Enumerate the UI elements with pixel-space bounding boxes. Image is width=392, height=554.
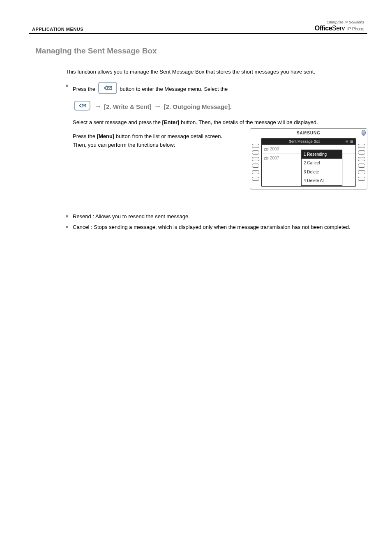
- arrow-icon-2: →: [154, 102, 161, 112]
- brand-suffix: IP Phone: [347, 26, 364, 31]
- softkey-button[interactable]: [252, 170, 259, 174]
- brand-bold: Office: [315, 25, 332, 32]
- popup-item-delete[interactable]: 3 Delete: [302, 168, 342, 177]
- step-text-4: button. Then, the details of the message…: [181, 119, 318, 125]
- nav-path: → [2. Write & Sent] → [2. Outgoing Messa…: [73, 101, 367, 113]
- popup-item-label: Cancel: [307, 161, 320, 165]
- step-text-5: Press the: [73, 133, 95, 139]
- content-body: This function allows you to manage the S…: [66, 68, 367, 231]
- list-item-label: 2003: [270, 147, 279, 151]
- enter-label: [Enter]: [162, 118, 180, 127]
- softkey-button[interactable]: [252, 164, 259, 168]
- step-text-3: Select a sent message and press the: [73, 119, 161, 125]
- softkey-button[interactable]: [252, 177, 259, 181]
- sub-bullet-resend: Resend : Allows you to resend the sent m…: [66, 212, 367, 221]
- step-line-2: Select a sent message and press the [Ent…: [73, 118, 367, 127]
- device-brand: SAMSUNG: [250, 129, 367, 137]
- popup-item-delete-all[interactable]: 4 Delete All: [302, 176, 342, 185]
- envelope-icon: [264, 148, 268, 151]
- context-popup: 1 Resending 2 Cancel 3 Delete: [301, 150, 342, 186]
- intro-paragraph: This function allows you to manage the S…: [66, 68, 367, 76]
- screen-titlebar: Sent Message Box ✉ ▦: [262, 139, 355, 145]
- nav-seg-1: [2. Write & Sent]: [104, 102, 152, 111]
- popup-item-label: Delete All: [307, 178, 324, 183]
- envelope-icon: [264, 157, 268, 160]
- popup-item-cancel[interactable]: 2 Cancel: [302, 159, 342, 168]
- bullet-body: Press the button to enter the Message me…: [73, 82, 367, 202]
- device-inner: Sent Message Box ✉ ▦ 2003 2007: [250, 137, 367, 189]
- right-softkeys: [358, 138, 365, 187]
- softkey-button[interactable]: [252, 144, 259, 148]
- softkey-button[interactable]: [358, 144, 365, 148]
- sub-bullet-text: Resend : Allows you to resend the sent m…: [73, 212, 367, 221]
- page-header: APPLICATION MENUS Enterprise IP Solution…: [29, 21, 367, 34]
- brand-tagline: Enterprise IP Solutions: [315, 21, 364, 24]
- brand-thin: Serv: [332, 25, 345, 32]
- header-section-label: APPLICATION MENUS: [32, 27, 83, 32]
- step-text-6: button from the list or message detail s…: [73, 133, 222, 148]
- screen-title: Sent Message Box: [263, 139, 346, 145]
- page-title: Managing the Sent Message Box: [35, 46, 367, 55]
- menu-label: [Menu]: [97, 132, 115, 141]
- device-figure: SAMSUNG: [250, 128, 367, 189]
- softkey-button[interactable]: [358, 164, 365, 168]
- softkey-button[interactable]: [358, 150, 365, 155]
- popup-item-resending[interactable]: 1 Resending: [302, 150, 342, 159]
- popup-item-num: 1: [304, 152, 306, 157]
- main-bullet: Press the button to enter the Message me…: [66, 82, 367, 202]
- softkey-button[interactable]: [358, 157, 365, 161]
- bullet-dot-icon: [66, 215, 68, 217]
- step-text-2: button to enter the Message menu. Select…: [120, 86, 228, 92]
- message-button-icon: [98, 82, 117, 97]
- softkey-button[interactable]: [358, 170, 365, 174]
- device-screen: Sent Message Box ✉ ▦ 2003 2007: [261, 138, 356, 187]
- popup-item-num: 3: [304, 170, 306, 174]
- brand-block: Enterprise IP Solutions OfficeServ IP Ph…: [315, 21, 364, 32]
- sub-bullet-cancel: Cancel : Stops sending a message, which …: [66, 223, 367, 231]
- popup-item-label: Resending: [307, 152, 327, 157]
- step-text-1: Press the: [73, 86, 95, 92]
- brand-main: OfficeServ IP Phone: [315, 25, 364, 32]
- list-item-label: 2007: [270, 156, 279, 160]
- status-icons: ✉ ▦: [346, 139, 354, 144]
- message-button-icon-2: [74, 101, 90, 113]
- bullet-dot-icon: [66, 226, 68, 228]
- arrow-icon: →: [94, 102, 101, 112]
- sub-bullet-text: Cancel : Stops sending a message, which …: [73, 223, 367, 231]
- nav-seg-2: [2. Outgoing Message].: [164, 102, 232, 111]
- device-led-icon: [362, 130, 366, 136]
- popup-item-num: 4: [304, 178, 306, 183]
- softkey-button[interactable]: [252, 157, 259, 161]
- device-brand-label: SAMSUNG: [297, 131, 321, 135]
- softkey-button[interactable]: [252, 150, 259, 155]
- step-line-3: Press the [Menu] button from the list or…: [73, 132, 229, 149]
- bullet-dot-icon: [66, 85, 68, 87]
- softkey-button[interactable]: [358, 177, 365, 181]
- left-softkeys: [252, 138, 259, 187]
- popup-item-num: 2: [304, 161, 306, 165]
- popup-item-label: Delete: [307, 170, 319, 174]
